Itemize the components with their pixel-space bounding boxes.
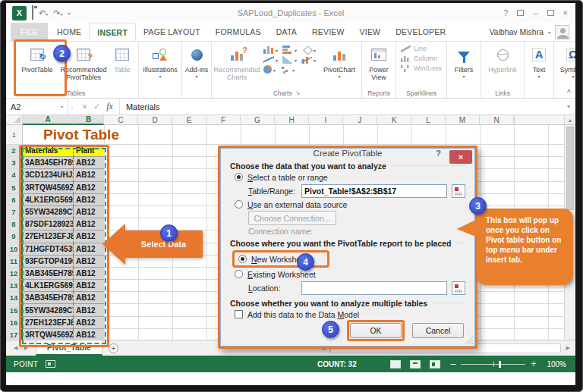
column-header[interactable]: B: [74, 115, 104, 125]
range-picker-icon[interactable]: [452, 281, 465, 295]
zoom-slider[interactable]: [461, 364, 525, 365]
name-box-dropdown-icon[interactable]: ▾: [61, 104, 63, 109]
macro-record-icon[interactable]: [46, 360, 55, 368]
radio-external-source[interactable]: Use an external data source: [230, 199, 465, 210]
expand-formula-bar-icon[interactable]: ▾: [562, 99, 575, 114]
symbols-button[interactable]: Ω Symbols ▾: [556, 43, 575, 80]
column-header[interactable]: F: [206, 115, 241, 125]
sparkline-button[interactable]: Win/Loss: [401, 64, 442, 72]
help-button[interactable]: ?: [503, 8, 508, 17]
ribbon-tab[interactable]: HOME: [49, 23, 89, 41]
group-addins: Add-ins ▾: [182, 42, 212, 98]
zoom-in-icon[interactable]: +: [531, 359, 536, 369]
collapse-ribbon-icon[interactable]: ^: [567, 88, 571, 96]
column-header[interactable]: E: [172, 115, 206, 125]
dialog-title-bar[interactable]: Create PivotTable ? ×: [221, 149, 474, 157]
scroll-up-icon[interactable]: ▲: [564, 115, 575, 125]
save-button[interactable]: [32, 6, 33, 20]
column-header[interactable]: C: [104, 115, 138, 125]
row-header[interactable]: 1: [6, 125, 23, 145]
recommended-charts-icon: ?: [231, 49, 243, 61]
enter-entry-icon[interactable]: ✓: [93, 102, 100, 111]
redo-dropdown-icon[interactable]: ▾: [60, 12, 62, 17]
addins-button[interactable]: Add-ins ▾: [184, 43, 210, 80]
normal-view-icon[interactable]: [390, 360, 401, 368]
bar-chart-button[interactable]: ▾: [282, 45, 297, 54]
column-header[interactable]: D: [138, 115, 172, 125]
column-header[interactable]: I: [309, 115, 343, 125]
sheet-nav-left-icon[interactable]: ◀: [14, 345, 17, 351]
scroll-right-icon[interactable]: ▶: [564, 345, 572, 351]
sparkline-button[interactable]: Column: [401, 55, 442, 62]
user-account[interactable]: Vaibhav Mishra ▾: [489, 23, 575, 41]
radio-existing-worksheet[interactable]: Existing Worksheet: [230, 268, 465, 280]
column-header[interactable]: M: [446, 115, 480, 125]
line-chart-button[interactable]: ▾: [263, 55, 278, 64]
highlight-new-worksheet[interactable]: New Worksheet: [232, 250, 329, 268]
ribbon-display-options-icon[interactable]: [517, 10, 524, 16]
select-all-corner[interactable]: [6, 115, 23, 125]
pivotchart-button[interactable]: PivotChart ▾: [319, 43, 360, 80]
column-header[interactable]: A: [23, 115, 74, 125]
column-header[interactable]: L: [411, 115, 446, 125]
choose-connection-button[interactable]: Choose Connection...: [248, 211, 336, 225]
user-dropdown-icon[interactable]: ▾: [548, 30, 550, 35]
dialog-help-button[interactable]: ?: [436, 149, 441, 158]
range-picker-icon[interactable]: [452, 184, 465, 198]
ribbon-tab[interactable]: VIEW: [352, 23, 389, 41]
pie-chart-button[interactable]: ▾: [263, 65, 276, 74]
location-input[interactable]: [301, 281, 447, 295]
checkbox-data-model[interactable]: Add this data to the Data Model: [230, 309, 465, 320]
name-box[interactable]: A2 ▾: [6, 99, 68, 114]
table-range-input[interactable]: Pivot_Table!$A$2:$B$17: [301, 184, 447, 198]
sparkline-button[interactable]: Line: [401, 45, 442, 52]
redo-button[interactable]: ↷▾: [53, 9, 62, 17]
column-header[interactable]: G: [241, 115, 275, 125]
radio-off-icon: [235, 200, 243, 209]
minimize-button[interactable]: –: [533, 8, 537, 17]
ribbon-tab[interactable]: FORMULAS: [208, 23, 269, 41]
vertical-scrollbar-thumb[interactable]: [566, 127, 574, 210]
close-button[interactable]: ×: [563, 8, 568, 17]
page-break-view-icon[interactable]: [430, 360, 440, 368]
column-header[interactable]: N: [480, 115, 514, 125]
column-header[interactable]: K: [377, 115, 411, 125]
ribbon-tab[interactable]: INSERT: [89, 23, 136, 41]
cancel-entry-icon[interactable]: ×: [82, 102, 87, 112]
scatter-chart-button[interactable]: ▾: [280, 65, 295, 74]
zoom-out-icon[interactable]: –: [451, 359, 456, 369]
ribbon-tab[interactable]: DATA: [269, 23, 304, 41]
formula-input[interactable]: Materials: [120, 99, 562, 114]
customize-qat-button[interactable]: ▾: [68, 11, 70, 16]
column-chart-button[interactable]: ▾: [263, 45, 278, 54]
charts-dialog-launcher-icon[interactable]: ↘: [295, 89, 301, 96]
undo-button[interactable]: ↶▾: [39, 9, 48, 17]
pie-chart-icon: [263, 65, 272, 74]
radio-select-table-range[interactable]: Select a table or range: [230, 171, 465, 183]
user-name: Vaibhav Mishra: [489, 27, 544, 36]
combo-chart-button[interactable]: ▾: [301, 55, 316, 64]
recommended-charts-button[interactable]: ? Recommended Charts: [213, 43, 260, 82]
stock-chart-button[interactable]: ▾: [301, 45, 316, 54]
cancel-button[interactable]: Cancel: [412, 323, 464, 338]
zoom-level[interactable]: 100%: [547, 360, 566, 368]
undo-dropdown-icon[interactable]: ▾: [46, 12, 48, 17]
column-header[interactable]: H: [275, 115, 309, 125]
ribbon-tab[interactable]: DEVELOPER: [388, 23, 453, 41]
ribbon-tab[interactable]: REVIEW: [304, 23, 352, 41]
ribbon-tab[interactable]: PAGE LAYOUT: [136, 23, 208, 41]
hyperlink-button[interactable]: Hyperlink: [483, 43, 522, 74]
insert-function-icon[interactable]: fx: [106, 101, 113, 112]
ok-button[interactable]: OK: [350, 323, 402, 338]
power-view-button[interactable]: Power View: [364, 43, 394, 82]
text-button[interactable]: A Text ▾: [526, 43, 552, 80]
area-chart-button[interactable]: ▾: [282, 55, 297, 64]
illustrations-button[interactable]: Illustrations ▾: [140, 43, 180, 80]
column-header[interactable]: J: [343, 115, 377, 125]
empty-cells[interactable]: [104, 125, 564, 145]
filters-button[interactable]: Filters ▾: [449, 43, 479, 80]
maximize-button[interactable]: [547, 10, 554, 16]
ribbon-tab[interactable]: FILE: [11, 23, 48, 41]
page-layout-view-icon[interactable]: [410, 360, 421, 368]
table-button[interactable]: Table: [108, 43, 137, 74]
